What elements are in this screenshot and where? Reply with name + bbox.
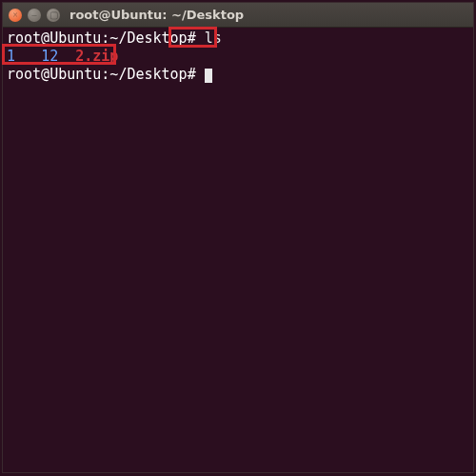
file-item: 2.zip	[75, 48, 118, 65]
prompt-text: root@Ubuntu:~/Desktop#	[7, 30, 196, 47]
close-icon[interactable]: ×	[9, 9, 22, 22]
spacer	[58, 48, 75, 65]
terminal-line: root@Ubuntu:~/Desktop#	[7, 66, 469, 84]
window-title: root@Ubuntu: ~/Desktop	[69, 8, 244, 22]
window-controls: × – ▢	[9, 9, 60, 22]
minimize-icon[interactable]: –	[28, 9, 41, 22]
command-text	[196, 66, 205, 83]
terminal-window: × – ▢ root@Ubuntu: ~/Desktop root@Ubuntu…	[2, 2, 474, 473]
command-text: ls	[196, 30, 222, 47]
file-item: 1	[7, 48, 15, 65]
terminal-body[interactable]: root@Ubuntu:~/Desktop# ls 1 12 2.zip roo…	[3, 28, 473, 472]
titlebar[interactable]: × – ▢ root@Ubuntu: ~/Desktop	[3, 3, 473, 28]
maximize-icon[interactable]: ▢	[47, 9, 60, 22]
spacer	[15, 48, 41, 65]
cursor-icon	[205, 69, 212, 83]
terminal-line: 1 12 2.zip	[7, 48, 469, 66]
terminal-line: root@Ubuntu:~/Desktop# ls	[7, 30, 469, 48]
prompt-text: root@Ubuntu:~/Desktop#	[7, 66, 196, 83]
file-item: 12	[41, 48, 58, 65]
